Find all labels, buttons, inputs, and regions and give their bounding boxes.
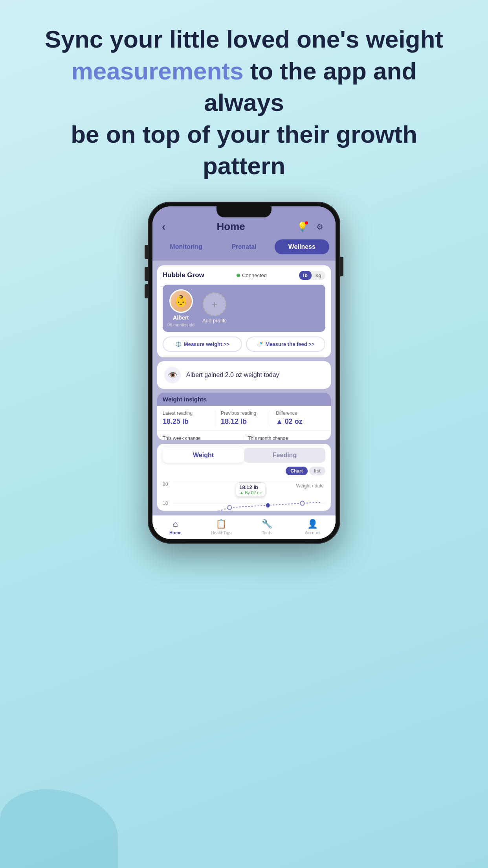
tab-feeding[interactable]: Feeding: [244, 448, 325, 463]
add-profile[interactable]: ＋ Add profile: [202, 292, 227, 324]
chart-tooltip: 18.12 lb ▲ By 02 oz: [236, 482, 265, 497]
lightbulb-icon-btn[interactable]: 💡: [296, 221, 309, 233]
nav-healthtips[interactable]: 📋 HealthTips: [198, 519, 244, 535]
measure-feed-button[interactable]: 🍼 Measure the feed >>: [246, 337, 325, 352]
tab-weight[interactable]: Weight: [163, 448, 244, 463]
up-arrow-icon: ▲: [276, 417, 283, 425]
insights-row2: This week change Average : +14 Oz This m…: [157, 431, 331, 440]
unit-kg-button[interactable]: kg: [312, 271, 325, 280]
nav-account[interactable]: 👤 Account: [290, 519, 336, 535]
list-view-button[interactable]: list: [309, 467, 325, 475]
tab-monitoring[interactable]: Monitoring: [159, 239, 213, 254]
add-profile-label: Add profile: [202, 318, 227, 324]
settings-icon: ⚙: [316, 222, 323, 232]
connected-label: Connected: [242, 272, 267, 278]
svg-point-5: [227, 506, 231, 510]
tab-wellness[interactable]: Wellness: [275, 239, 329, 254]
chart-area: 20 18 16: [157, 478, 331, 511]
eye-icon: 👁️: [168, 370, 178, 380]
hubble-header: Hubble Grow Connected lb kg: [163, 271, 325, 280]
measure-weight-button[interactable]: ⚖️ Measure weight >>: [163, 337, 242, 352]
back-button[interactable]: ‹: [162, 221, 165, 233]
week-change-col: This week change Average : +14 Oz: [163, 436, 244, 440]
chart-section: Weight Feeding Chart list 20 18: [157, 444, 331, 511]
tab-prenatal[interactable]: Prenatal: [216, 239, 271, 254]
hero-highlight: measurements: [72, 57, 244, 85]
latest-reading-col: Latest reading 18.25 lb: [163, 410, 215, 426]
home-icon: ⌂: [173, 519, 178, 529]
chart-tabs: Weight Feeding: [157, 444, 331, 467]
tools-icon: 🔧: [262, 519, 272, 529]
hero-line3: be on top of your their growth pattern: [71, 121, 417, 180]
measure-feed-label: Measure the feed >>: [266, 341, 315, 347]
nav-home-label: Home: [169, 530, 182, 535]
scale-icon: ⚖️: [175, 341, 182, 347]
nav-tools[interactable]: 🔧 Tools: [244, 519, 290, 535]
svg-point-7: [301, 501, 305, 506]
tooltip-weight: 18.12 lb: [239, 484, 262, 490]
nav-account-label: Account: [305, 530, 321, 535]
insights-header: Weight insights: [157, 393, 331, 406]
phone-body: ‹ Home 💡 ⚙ Monitoring Pr: [148, 202, 340, 544]
hero-line1: Sync your little loved one's weight: [45, 26, 443, 53]
hubble-grow-card: Hubble Grow Connected lb kg: [157, 265, 331, 357]
tabs-row: Monitoring Prenatal Wellness: [152, 239, 336, 261]
app-content: ‹ Home 💡 ⚙ Monitoring Pr: [152, 206, 336, 539]
connected-dot: [237, 274, 240, 277]
profile-name: Albert: [173, 314, 189, 321]
chart-view-button[interactable]: Chart: [286, 467, 307, 475]
previous-value: 18.12 lb: [221, 417, 270, 426]
header-icons: 💡 ⚙: [296, 221, 326, 233]
baby-face-icon: 👶: [171, 291, 192, 312]
week-change-label: This week change: [163, 436, 244, 440]
notification-dot: [305, 221, 308, 224]
measure-weight-label: Measure weight >>: [184, 341, 229, 347]
nav-home[interactable]: ⌂ Home: [152, 519, 198, 535]
phone-mockup: ‹ Home 💡 ⚙ Monitoring Pr: [0, 202, 488, 544]
profiles-row: 👶 Albert 06 months old ＋ Add profile: [163, 285, 325, 332]
phone-notch: [216, 206, 272, 217]
difference-value: ▲ 02 oz: [276, 417, 325, 426]
add-profile-icon: ＋: [203, 292, 226, 316]
healthtips-icon: 📋: [216, 519, 226, 529]
bottom-nav: ⌂ Home 📋 HealthTips 🔧 Tools 👤 Account: [152, 515, 336, 539]
tooltip-change: ▲ By 02 oz: [239, 490, 262, 495]
unit-lb-button[interactable]: lb: [299, 271, 312, 280]
y-label-20: 20: [163, 482, 168, 487]
latest-value: 18.25 lb: [163, 417, 215, 426]
nav-healthtips-label: HealthTips: [211, 530, 231, 535]
unit-toggle[interactable]: lb kg: [299, 271, 325, 280]
latest-label: Latest reading: [163, 410, 215, 416]
phone-screen: ‹ Home 💡 ⚙ Monitoring Pr: [152, 206, 336, 539]
chart-title: Weight / date: [296, 483, 324, 489]
svg-point-6: [266, 503, 270, 508]
insight-icon: 👁️: [164, 367, 181, 383]
chart-inner: 20 18 16: [163, 482, 325, 511]
insights-title: Weight insights: [163, 396, 206, 403]
page-title: Home: [217, 221, 245, 233]
difference-label: Difference: [276, 410, 325, 416]
month-change-label: This month change: [248, 436, 325, 440]
y-label-18: 18: [163, 500, 168, 506]
difference-col: Difference ▲ 02 oz: [273, 410, 325, 426]
previous-label: Previous reading: [221, 410, 270, 416]
insight-text: Albert gained 2.0 oz weight today: [186, 371, 279, 379]
feed-icon: 🍼: [257, 341, 263, 347]
month-change-col: This month change Average : +0.10 lbs: [244, 436, 325, 440]
profile-age: 06 months old: [167, 322, 194, 327]
difference-number: 02 oz: [285, 417, 303, 425]
chart-y-labels: 20 18 16: [163, 482, 168, 511]
hubble-title: Hubble Grow: [163, 271, 204, 279]
action-buttons: ⚖️ Measure weight >> 🍼 Measure the feed …: [163, 337, 325, 352]
previous-reading-col: Previous reading 18.12 lb: [218, 410, 270, 426]
weight-insights-card: Weight insights Latest reading 18.25 lb …: [157, 393, 331, 440]
account-icon: 👤: [307, 519, 318, 529]
nav-tools-label: Tools: [262, 530, 272, 535]
hero-section: Sync your little loved one's weight meas…: [0, 0, 488, 198]
profile-avatar: 👶: [169, 289, 193, 313]
insights-grid: Latest reading 18.25 lb Previous reading…: [157, 406, 331, 431]
chart-view-toggle: Chart list: [157, 467, 331, 478]
connection-status: Connected: [237, 272, 267, 278]
settings-icon-btn[interactable]: ⚙: [314, 221, 326, 233]
profile-albert[interactable]: 👶 Albert 06 months old: [167, 289, 194, 327]
